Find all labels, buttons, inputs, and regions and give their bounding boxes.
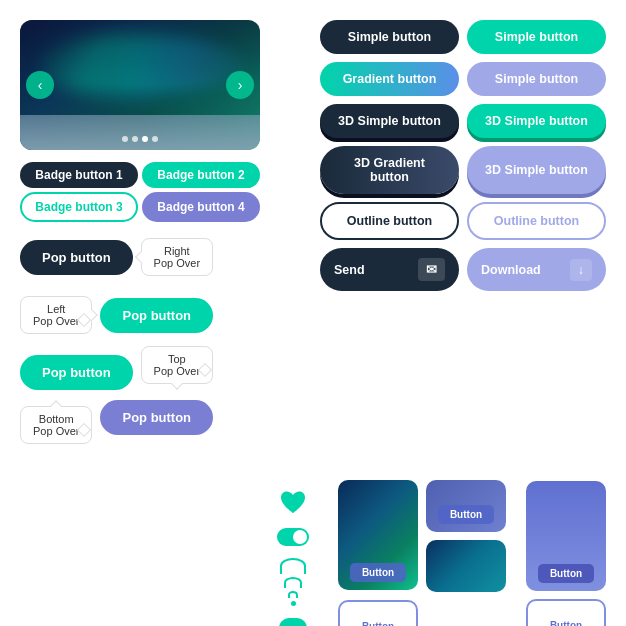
toggle-icon[interactable] bbox=[277, 528, 309, 546]
image-button-group: Button Button Button bbox=[338, 480, 506, 626]
pop-row-3: Pop button TopPop Over bbox=[20, 346, 213, 390]
bottom-section: Button Button Button Button Button bbox=[20, 480, 606, 626]
download-icon: ↓ bbox=[570, 259, 592, 281]
carousel-dot-3[interactable] bbox=[142, 136, 148, 142]
outline-button-dark[interactable]: Outline button bbox=[320, 202, 459, 240]
pop-button-2[interactable]: Pop button bbox=[100, 298, 213, 333]
badge-button-4[interactable]: Badge button 4 bbox=[142, 192, 260, 222]
button-showcase: Simple button Simple button Gradient but… bbox=[320, 20, 606, 458]
popover-section: Pop button RightPop Over LeftPop Over Po… bbox=[20, 238, 300, 458]
badge-button-3[interactable]: Badge button 3 bbox=[20, 192, 138, 222]
tall-button-group: Button Button bbox=[526, 480, 606, 626]
badge-button-group: Badge button 1 Badge button 2 Badge butt… bbox=[20, 162, 260, 222]
popover-top: TopPop Over bbox=[141, 346, 213, 384]
popover-right: RightPop Over bbox=[141, 238, 213, 276]
popover-bottom: BottomPop Over bbox=[20, 406, 92, 444]
send-button[interactable]: Send ✉ bbox=[320, 248, 459, 291]
carousel-prev-button[interactable]: ‹ bbox=[26, 71, 54, 99]
pop-row-4: BottomPop Over Pop button bbox=[20, 400, 213, 444]
image-button-aurora2[interactable] bbox=[426, 540, 506, 592]
image-button-outline[interactable]: Button bbox=[338, 600, 418, 626]
3d-gradient-button[interactable]: 3D Gradient button bbox=[320, 146, 459, 194]
send-icon: ✉ bbox=[418, 258, 445, 281]
tall-button-blue[interactable]: Button bbox=[526, 481, 606, 591]
image-button-purple[interactable]: Button bbox=[426, 480, 506, 532]
heart-icon bbox=[279, 490, 307, 516]
carousel-dot-2[interactable] bbox=[132, 136, 138, 142]
carousel-dot-1[interactable] bbox=[122, 136, 128, 142]
carousel-dot-4[interactable] bbox=[152, 136, 158, 142]
pop-button-1[interactable]: Pop button bbox=[20, 240, 133, 275]
gradient-button[interactable]: Gradient button bbox=[320, 62, 459, 96]
carousel: ‹ › bbox=[20, 20, 260, 150]
pop-button-3[interactable]: Pop button bbox=[20, 355, 133, 390]
carousel-next-button[interactable]: › bbox=[226, 71, 254, 99]
wifi-icon bbox=[280, 558, 306, 606]
popover-left: LeftPop Over bbox=[20, 296, 92, 334]
download-button[interactable]: Download ↓ bbox=[467, 248, 606, 291]
3d-simple-button-dark[interactable]: 3D Simple button bbox=[320, 104, 459, 138]
3d-simple-button-purple[interactable]: 3D Simple button bbox=[467, 146, 606, 194]
tall-button-outline[interactable]: Button bbox=[526, 599, 606, 626]
simple-button-purple[interactable]: Simple button bbox=[467, 62, 606, 96]
outline-button-purple[interactable]: Outline button bbox=[467, 202, 606, 240]
badge-button-1[interactable]: Badge button 1 bbox=[20, 162, 138, 188]
carousel-dots bbox=[122, 136, 158, 142]
icon-showcase bbox=[269, 480, 318, 626]
simple-button-dark[interactable]: Simple button bbox=[320, 20, 459, 54]
pop-row-1: Pop button RightPop Over bbox=[20, 238, 213, 276]
pop-button-4[interactable]: Pop button bbox=[100, 400, 213, 435]
chat-icon bbox=[279, 618, 307, 626]
3d-simple-button-teal[interactable]: 3D Simple button bbox=[467, 104, 606, 138]
pop-row-2: LeftPop Over Pop button bbox=[20, 296, 213, 334]
badge-button-2[interactable]: Badge button 2 bbox=[142, 162, 260, 188]
simple-button-teal[interactable]: Simple button bbox=[467, 20, 606, 54]
image-button-aurora[interactable]: Button bbox=[338, 480, 418, 590]
button-grid: Simple button Simple button Gradient but… bbox=[320, 20, 606, 291]
